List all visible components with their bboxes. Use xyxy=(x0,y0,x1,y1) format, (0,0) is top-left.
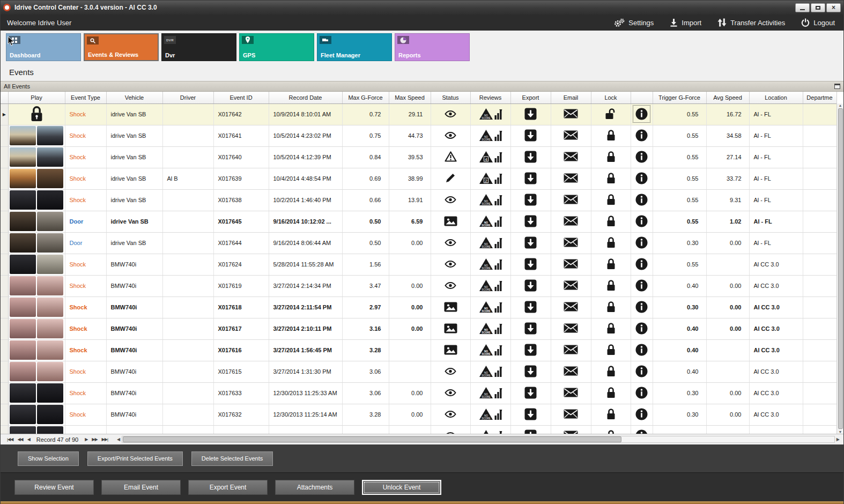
email-icon[interactable] xyxy=(564,238,578,247)
export-cell[interactable] xyxy=(510,125,551,146)
column-header-export[interactable]: Export xyxy=(510,92,551,103)
email-icon[interactable] xyxy=(564,130,578,140)
lock-icon[interactable] xyxy=(606,301,616,313)
export-icon[interactable] xyxy=(524,365,537,377)
play-cell[interactable] xyxy=(8,318,65,339)
play-cell[interactable] xyxy=(8,275,65,297)
lock-cell[interactable] xyxy=(591,297,631,318)
info-cell[interactable] xyxy=(631,425,653,434)
lock-cell[interactable] xyxy=(591,232,631,254)
email-cell[interactable] xyxy=(551,189,591,211)
lock-cell[interactable] xyxy=(591,382,631,404)
event-row[interactable]: ShockBMW740iX01763312/30/2013 11:25:33 A… xyxy=(1,382,836,404)
tab-events-reviews[interactable]: Events & Reviews xyxy=(84,33,159,61)
reviews-cell[interactable]: NOSCORE xyxy=(470,211,510,232)
lock-cell[interactable] xyxy=(591,211,631,232)
horizontal-scrollbar-track[interactable] xyxy=(122,436,835,443)
lock-cell[interactable] xyxy=(591,146,631,168)
email-cell[interactable] xyxy=(551,318,591,339)
info-cell[interactable] xyxy=(631,168,653,189)
lock-icon[interactable] xyxy=(606,429,616,434)
event-thumbnail[interactable] xyxy=(10,340,63,360)
event-thumbnail[interactable] xyxy=(10,169,63,188)
reviews-cell[interactable]: NOSCORE xyxy=(470,232,510,254)
info-cell[interactable] xyxy=(631,125,653,146)
scroll-left-icon[interactable]: ◀ xyxy=(115,437,122,442)
review-score-icon[interactable]: NOSCORE xyxy=(479,194,502,206)
event-row[interactable]: Dooridrive Van SBX0176449/16/2014 8:06:4… xyxy=(1,232,836,254)
export-cell[interactable] xyxy=(510,425,551,434)
event-row[interactable]: Shockidrive Van SBX01764110/5/2014 4:23:… xyxy=(1,125,836,146)
column-header-play[interactable]: Play xyxy=(8,92,65,103)
lock-cell[interactable] xyxy=(591,361,631,382)
review-score-icon[interactable]: NOSCORE xyxy=(479,344,502,356)
fast-forward-button[interactable]: ▶▶ xyxy=(90,437,99,442)
reviews-cell[interactable]: 2 xyxy=(470,168,510,189)
event-thumbnail[interactable] xyxy=(10,319,63,338)
lock-icon[interactable] xyxy=(606,194,616,206)
info-cell[interactable] xyxy=(631,404,653,425)
email-cell[interactable] xyxy=(551,146,591,168)
event-thumbnail[interactable] xyxy=(10,298,63,317)
reviews-cell[interactable]: NOSCORE xyxy=(470,125,510,146)
event-row[interactable]: ShockBMW740iX01763212/30/2013 11:25:14 A… xyxy=(1,404,836,425)
lock-icon[interactable] xyxy=(606,129,616,142)
column-header-event-type[interactable]: Event Type xyxy=(65,92,106,103)
event-thumbnail[interactable] xyxy=(10,147,63,167)
review-score-icon[interactable]: NOSCORE xyxy=(479,387,502,399)
info-cell[interactable] xyxy=(631,318,653,339)
play-cell[interactable] xyxy=(8,254,65,275)
export-cell[interactable] xyxy=(510,275,551,297)
email-cell[interactable] xyxy=(551,232,591,254)
export-icon[interactable] xyxy=(524,215,537,227)
export-cell[interactable] xyxy=(510,232,551,254)
email-icon[interactable] xyxy=(564,323,578,333)
export-cell[interactable] xyxy=(510,339,551,361)
lock-cell[interactable] xyxy=(591,275,631,297)
info-cell[interactable] xyxy=(631,189,653,211)
event-row[interactable]: Shockidrive Van SBAl BX01763910/4/2014 4… xyxy=(1,168,836,189)
column-header-event-id[interactable]: Event ID xyxy=(213,92,269,103)
export-cell[interactable] xyxy=(510,168,551,189)
play-cell[interactable] xyxy=(8,382,65,404)
column-header-status[interactable]: Status xyxy=(431,92,470,103)
tab-fleet-manager[interactable]: Fleet Manager xyxy=(317,33,392,61)
export-icon[interactable] xyxy=(524,108,537,120)
vertical-scrollbar[interactable]: ▲ ▼ xyxy=(836,103,843,434)
scroll-down-icon[interactable]: ▼ xyxy=(839,430,842,434)
export-print-selected-button[interactable]: Export/Print Selected Events xyxy=(87,451,183,466)
show-selection-button[interactable]: Show Selection xyxy=(18,451,79,466)
event-thumbnail[interactable] xyxy=(10,405,63,424)
info-cell[interactable] xyxy=(631,297,653,318)
email-cell[interactable] xyxy=(551,297,591,318)
event-row[interactable]: Dooridrive Van SBX0176459/16/2014 10:12:… xyxy=(1,211,836,232)
export-cell[interactable] xyxy=(510,103,551,125)
export-icon[interactable] xyxy=(524,387,537,399)
reviews-cell[interactable]: NOSCORE xyxy=(470,318,510,339)
column-header-record-date[interactable]: Record Date xyxy=(269,92,342,103)
lock-icon[interactable] xyxy=(606,344,616,356)
reviews-cell[interactable]: NOSCORE xyxy=(470,404,510,425)
info-icon[interactable] xyxy=(635,365,648,377)
transfer-activities-button[interactable]: Transfer Activities xyxy=(717,18,785,27)
review-score-icon[interactable]: NOSCORE xyxy=(479,236,502,249)
export-icon[interactable] xyxy=(524,236,537,249)
export-cell[interactable] xyxy=(510,318,551,339)
info-icon[interactable] xyxy=(635,258,648,270)
import-button[interactable]: Import xyxy=(670,18,701,27)
info-icon[interactable] xyxy=(635,172,648,184)
lock-icon[interactable] xyxy=(606,258,616,270)
play-cell[interactable] xyxy=(8,189,65,211)
export-cell[interactable] xyxy=(510,189,551,211)
horizontal-scrollbar[interactable]: ◀ ▶ xyxy=(115,435,841,443)
export-event-button[interactable]: Export Event xyxy=(188,480,268,495)
lock-icon[interactable] xyxy=(606,322,616,335)
tab-dashboard[interactable]: Dashboard xyxy=(6,33,81,61)
lock-cell[interactable] xyxy=(591,189,631,211)
email-cell[interactable] xyxy=(551,275,591,297)
play-cell[interactable] xyxy=(8,297,65,318)
export-icon[interactable] xyxy=(524,322,537,335)
review-score-icon[interactable]: NOSCORE xyxy=(479,215,502,227)
export-cell[interactable] xyxy=(510,146,551,168)
vertical-scrollbar-thumb[interactable] xyxy=(838,108,843,429)
